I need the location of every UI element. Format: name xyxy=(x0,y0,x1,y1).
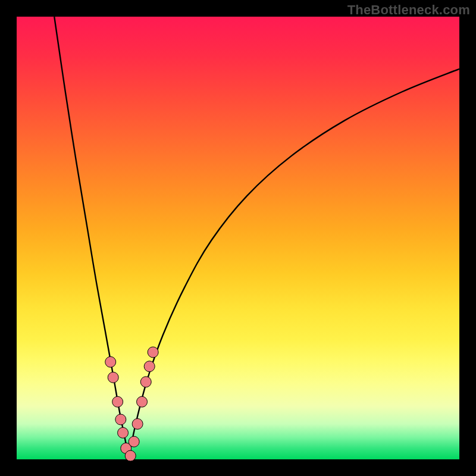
plot-area xyxy=(17,17,459,459)
highlight-marker xyxy=(144,361,155,372)
bottleneck-curve xyxy=(17,17,459,459)
highlight-marker xyxy=(108,372,118,383)
highlight-marker xyxy=(137,396,148,407)
highlight-marker xyxy=(132,418,143,429)
highlight-marker xyxy=(125,450,136,461)
highlight-marker xyxy=(148,347,158,358)
highlight-marker xyxy=(105,356,116,367)
chart-frame: TheBottleneck.com xyxy=(0,0,476,476)
highlight-marker xyxy=(140,377,151,387)
watermark-text: TheBottleneck.com xyxy=(347,2,470,18)
curve-right-branch xyxy=(129,69,459,458)
curve-left-branch xyxy=(54,17,129,458)
highlighted-markers xyxy=(105,347,158,461)
highlight-marker xyxy=(112,396,123,407)
highlight-marker xyxy=(129,436,139,447)
highlight-marker xyxy=(118,427,129,438)
highlight-marker xyxy=(115,414,126,425)
